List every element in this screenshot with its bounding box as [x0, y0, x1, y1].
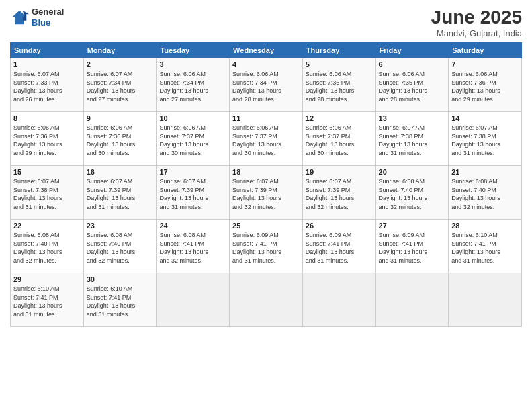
calendar-cell: [302, 273, 375, 327]
calendar-cell: 2Sunrise: 6:07 AMSunset: 7:34 PMDaylight…: [83, 58, 157, 112]
calendar-cell: 26Sunrise: 6:09 AMSunset: 7:41 PMDayligh…: [302, 220, 375, 273]
day-number: 15: [13, 168, 81, 176]
weekday-header-tuesday: Tuesday: [157, 43, 230, 58]
calendar-week-4: 22Sunrise: 6:08 AMSunset: 7:40 PMDayligh…: [11, 220, 522, 273]
calendar-cell: 21Sunrise: 6:08 AMSunset: 7:40 PMDayligh…: [449, 166, 522, 220]
day-number: 22: [13, 222, 81, 230]
day-number: 13: [379, 114, 446, 122]
day-info: Sunrise: 6:06 AMSunset: 7:36 PMDaylight:…: [87, 124, 154, 157]
calendar-cell: 25Sunrise: 6:09 AMSunset: 7:41 PMDayligh…: [230, 220, 303, 273]
calendar: SundayMondayTuesdayWednesdayThursdayFrid…: [10, 42, 522, 327]
calendar-cell: 9Sunrise: 6:06 AMSunset: 7:36 PMDaylight…: [83, 112, 157, 166]
calendar-cell: 3Sunrise: 6:06 AMSunset: 7:34 PMDaylight…: [157, 58, 230, 112]
calendar-week-1: 1Sunrise: 6:07 AMSunset: 7:33 PMDaylight…: [11, 58, 522, 112]
day-info: Sunrise: 6:08 AMSunset: 7:40 PMDaylight:…: [451, 177, 519, 211]
day-info: Sunrise: 6:08 AMSunset: 7:40 PMDaylight:…: [13, 231, 81, 265]
day-number: 29: [13, 275, 81, 283]
calendar-cell: 1Sunrise: 6:07 AMSunset: 7:33 PMDaylight…: [11, 58, 84, 112]
day-info: Sunrise: 6:09 AMSunset: 7:41 PMDaylight:…: [232, 231, 300, 265]
day-number: 7: [451, 60, 519, 68]
day-number: 8: [13, 114, 81, 122]
title-block: June 2025 Mandvi, Gujarat, India: [431, 7, 522, 38]
calendar-week-5: 29Sunrise: 6:10 AMSunset: 7:41 PMDayligh…: [11, 273, 522, 327]
day-info: Sunrise: 6:08 AMSunset: 7:41 PMDaylight:…: [159, 231, 226, 265]
day-number: 16: [87, 168, 154, 176]
month-year: June 2025: [431, 7, 522, 28]
calendar-cell: 19Sunrise: 6:07 AMSunset: 7:39 PMDayligh…: [302, 166, 375, 220]
calendar-cell: [230, 273, 303, 327]
calendar-cell: 8Sunrise: 6:06 AMSunset: 7:36 PMDaylight…: [11, 112, 84, 166]
day-number: 4: [232, 60, 300, 68]
day-number: 28: [451, 222, 519, 230]
day-info: Sunrise: 6:06 AMSunset: 7:34 PMDaylight:…: [159, 70, 226, 103]
day-info: Sunrise: 6:06 AMSunset: 7:34 PMDaylight:…: [232, 70, 300, 103]
calendar-cell: 30Sunrise: 6:10 AMSunset: 7:41 PMDayligh…: [83, 273, 157, 327]
day-info: Sunrise: 6:10 AMSunset: 7:41 PMDaylight:…: [13, 285, 81, 318]
calendar-cell: [449, 273, 522, 327]
day-info: Sunrise: 6:07 AMSunset: 7:39 PMDaylight:…: [306, 177, 373, 211]
day-number: 5: [306, 60, 373, 68]
day-info: Sunrise: 6:08 AMSunset: 7:40 PMDaylight:…: [379, 177, 446, 211]
day-info: Sunrise: 6:07 AMSunset: 7:34 PMDaylight:…: [87, 70, 154, 103]
day-info: Sunrise: 6:06 AMSunset: 7:36 PMDaylight:…: [451, 70, 519, 103]
day-number: 6: [379, 60, 446, 68]
logo-blue: Blue: [32, 17, 50, 28]
day-number: 12: [306, 114, 373, 122]
weekday-header-sunday: Sunday: [11, 43, 84, 58]
day-number: 26: [306, 222, 373, 230]
calendar-cell: 13Sunrise: 6:07 AMSunset: 7:38 PMDayligh…: [375, 112, 449, 166]
day-number: 25: [232, 222, 300, 230]
calendar-cell: 27Sunrise: 6:09 AMSunset: 7:41 PMDayligh…: [375, 220, 449, 273]
day-number: 30: [87, 275, 154, 283]
logo-icon: [10, 8, 29, 27]
calendar-cell: 29Sunrise: 6:10 AMSunset: 7:41 PMDayligh…: [11, 273, 84, 327]
day-info: Sunrise: 6:10 AMSunset: 7:41 PMDaylight:…: [87, 285, 154, 318]
weekday-header-saturday: Saturday: [449, 43, 522, 58]
day-info: Sunrise: 6:07 AMSunset: 7:38 PMDaylight:…: [379, 124, 446, 157]
day-number: 9: [87, 114, 154, 122]
day-info: Sunrise: 6:06 AMSunset: 7:37 PMDaylight:…: [232, 124, 300, 157]
location: Mandvi, Gujarat, India: [431, 28, 522, 38]
day-info: Sunrise: 6:06 AMSunset: 7:35 PMDaylight:…: [379, 70, 446, 103]
day-info: Sunrise: 6:07 AMSunset: 7:39 PMDaylight:…: [87, 177, 154, 211]
calendar-cell: 22Sunrise: 6:08 AMSunset: 7:40 PMDayligh…: [11, 220, 84, 273]
calendar-cell: 28Sunrise: 6:10 AMSunset: 7:41 PMDayligh…: [449, 220, 522, 273]
calendar-cell: [375, 273, 449, 327]
calendar-cell: 6Sunrise: 6:06 AMSunset: 7:35 PMDaylight…: [375, 58, 449, 112]
calendar-cell: 20Sunrise: 6:08 AMSunset: 7:40 PMDayligh…: [375, 166, 449, 220]
calendar-week-3: 15Sunrise: 6:07 AMSunset: 7:38 PMDayligh…: [11, 166, 522, 220]
calendar-cell: 10Sunrise: 6:06 AMSunset: 7:37 PMDayligh…: [157, 112, 230, 166]
day-info: Sunrise: 6:06 AMSunset: 7:35 PMDaylight:…: [306, 70, 373, 103]
day-number: 27: [379, 222, 446, 230]
day-number: 17: [159, 168, 226, 176]
day-number: 21: [451, 168, 519, 176]
day-info: Sunrise: 6:07 AMSunset: 7:33 PMDaylight:…: [13, 70, 81, 103]
calendar-week-2: 8Sunrise: 6:06 AMSunset: 7:36 PMDaylight…: [11, 112, 522, 166]
calendar-cell: 15Sunrise: 6:07 AMSunset: 7:38 PMDayligh…: [11, 166, 84, 220]
calendar-cell: 16Sunrise: 6:07 AMSunset: 7:39 PMDayligh…: [83, 166, 157, 220]
calendar-cell: 14Sunrise: 6:07 AMSunset: 7:38 PMDayligh…: [449, 112, 522, 166]
day-info: Sunrise: 6:06 AMSunset: 7:36 PMDaylight:…: [13, 124, 81, 157]
calendar-cell: [157, 273, 230, 327]
weekday-header-wednesday: Wednesday: [230, 43, 303, 58]
day-number: 23: [87, 222, 154, 230]
logo: General Blue: [10, 7, 64, 28]
day-info: Sunrise: 6:09 AMSunset: 7:41 PMDaylight:…: [306, 231, 373, 265]
calendar-cell: 18Sunrise: 6:07 AMSunset: 7:39 PMDayligh…: [230, 166, 303, 220]
calendar-cell: 5Sunrise: 6:06 AMSunset: 7:35 PMDaylight…: [302, 58, 375, 112]
day-number: 11: [232, 114, 300, 122]
day-number: 19: [306, 168, 373, 176]
calendar-cell: 24Sunrise: 6:08 AMSunset: 7:41 PMDayligh…: [157, 220, 230, 273]
day-info: Sunrise: 6:08 AMSunset: 7:40 PMDaylight:…: [87, 231, 154, 265]
day-number: 2: [87, 60, 154, 68]
calendar-cell: 7Sunrise: 6:06 AMSunset: 7:36 PMDaylight…: [449, 58, 522, 112]
calendar-cell: 12Sunrise: 6:06 AMSunset: 7:37 PMDayligh…: [302, 112, 375, 166]
day-info: Sunrise: 6:06 AMSunset: 7:37 PMDaylight:…: [306, 124, 373, 157]
weekday-header-thursday: Thursday: [302, 43, 375, 58]
day-info: Sunrise: 6:06 AMSunset: 7:37 PMDaylight:…: [159, 124, 226, 157]
day-number: 10: [159, 114, 226, 122]
calendar-cell: 17Sunrise: 6:07 AMSunset: 7:39 PMDayligh…: [157, 166, 230, 220]
day-number: 14: [451, 114, 519, 122]
day-info: Sunrise: 6:07 AMSunset: 7:38 PMDaylight:…: [13, 177, 81, 211]
day-info: Sunrise: 6:07 AMSunset: 7:39 PMDaylight:…: [232, 177, 300, 211]
